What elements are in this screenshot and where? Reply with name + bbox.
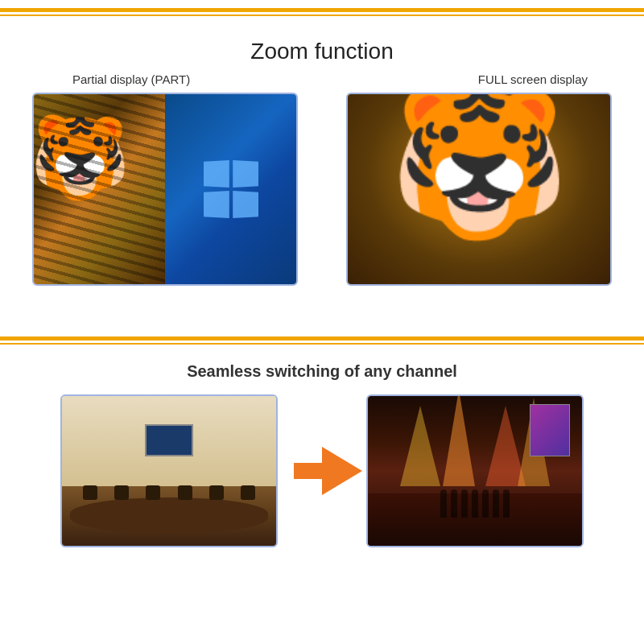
stage-people: [368, 489, 582, 522]
conference-room-image: [60, 394, 278, 547]
switch-arrow-container: [294, 447, 350, 495]
chair-5: [209, 485, 224, 500]
conf-chairs: [62, 485, 276, 502]
person-6: [493, 489, 499, 518]
chair-6: [241, 485, 255, 500]
windows-side: [165, 94, 296, 284]
person-3: [461, 489, 468, 518]
tiger-stripes: [34, 94, 165, 284]
concert-stage-image: [366, 394, 584, 547]
partial-display-content: [34, 94, 296, 284]
switching-title: Seamless switching of any channel: [24, 356, 620, 382]
full-tiger-content: [348, 94, 610, 284]
windows-logo: [203, 161, 259, 217]
full-display-image: [346, 93, 612, 286]
win-logo-bl: [203, 191, 229, 218]
win-logo-br: [233, 191, 258, 218]
zoom-section: Zoom function Partial display (PART) FUL…: [0, 23, 644, 336]
divider-line-bottom: [0, 343, 644, 345]
chair-2: [114, 485, 129, 500]
arrow-body: [294, 463, 326, 479]
person-4: [472, 489, 478, 518]
arrow-wrapper: [294, 447, 350, 495]
switching-section: Seamless switching of any channel: [0, 348, 644, 644]
top-border-outer: [0, 8, 644, 12]
partial-display-label: Partial display (PART): [72, 72, 190, 86]
chair-1: [83, 485, 97, 500]
person-5: [482, 489, 489, 518]
person-1: [440, 489, 447, 518]
arrow-head: [322, 447, 362, 495]
tiger-partial-image: [34, 94, 165, 284]
top-border-inner: [0, 14, 644, 16]
conf-table: [70, 497, 268, 534]
light-beam-1: [400, 406, 440, 486]
chair-3: [146, 485, 160, 500]
person-7: [503, 489, 510, 518]
light-beam-2: [443, 396, 475, 486]
concert-stage-content: [368, 396, 582, 546]
stage-screen: [530, 404, 570, 456]
section-divider: [0, 336, 644, 348]
zoom-title: Zoom function: [24, 31, 620, 64]
display-labels: Partial display (PART) FULL screen displ…: [24, 72, 620, 86]
full-display-label: FULL screen display: [478, 72, 588, 86]
chair-4: [178, 485, 192, 500]
switching-images-row: [24, 394, 620, 547]
person-2: [451, 489, 457, 518]
partial-display-image: [32, 93, 298, 286]
conf-screen: [145, 424, 193, 456]
conference-room-content: [62, 396, 276, 546]
zoom-images-row: [24, 93, 620, 286]
divider-line-top: [0, 336, 644, 341]
